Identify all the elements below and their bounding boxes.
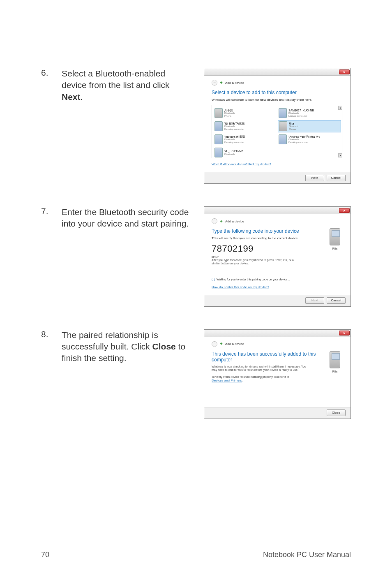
waiting-status: Waiting for you to enter this pairing co… xyxy=(212,278,343,281)
verify-text: To verify if this device finished instal… xyxy=(212,375,306,383)
close-icon[interactable]: ✕ xyxy=(339,69,350,74)
scroll-up-icon[interactable]: ▴ xyxy=(338,106,342,110)
device-subtype: Phone xyxy=(224,115,235,118)
step-text: Select a Bluetooth-enabled device from t… xyxy=(62,68,189,103)
device-name: Rita xyxy=(327,247,343,250)
breadcrumb: ← ✚ Add a device xyxy=(212,341,343,347)
device-name: SAM1017_KUO-NB xyxy=(288,109,314,112)
page-footer: 70 Notebook PC User Manual xyxy=(41,547,351,559)
device-item[interactable]: RitaBluetoothPhone xyxy=(278,120,341,132)
dialog-title: This device has been successfully added … xyxy=(212,351,343,363)
laptop-icon xyxy=(214,134,223,144)
device-added-dialog: ✕ ← ✚ Add a device Rita This device has … xyxy=(204,329,351,419)
phone-icon xyxy=(214,108,223,118)
device-name: "barbara"的電腦 xyxy=(224,135,245,139)
device-name: "蘇 郁涵"的電腦 xyxy=(224,122,244,125)
dialog-footer: Next Cancel xyxy=(204,295,350,306)
device-name: "Andrew Yeh"的 Mac Pro xyxy=(288,135,320,139)
dialog-title: Select a device to add to this computer xyxy=(212,90,343,95)
step-8: 8. The paired relationship is successful… xyxy=(41,329,351,419)
dialog-footer: Close xyxy=(204,407,350,419)
device-name: Rita xyxy=(289,122,299,125)
device-item[interactable]: YL_HSIEH-NBBluetooth xyxy=(214,146,277,158)
page-number: 70 xyxy=(41,551,49,559)
device-subtype: Desktop computer xyxy=(224,141,245,144)
device-preview: Rita xyxy=(327,228,343,250)
device-preview: Rita xyxy=(327,351,343,373)
dialog-titlebar: ✕ xyxy=(204,207,350,214)
close-icon[interactable]: ✕ xyxy=(339,208,350,213)
step-7: 7. Enter the Bluetooth security code int… xyxy=(41,206,351,307)
phone-icon xyxy=(279,121,287,131)
device-name: 八不知 xyxy=(224,109,235,112)
device-name: Rita xyxy=(327,370,343,373)
laptop-icon xyxy=(279,108,287,118)
close-button[interactable]: Close xyxy=(327,409,346,416)
dialog-footer: Next Cancel xyxy=(204,172,350,183)
dialog-titlebar: ✕ xyxy=(204,330,350,337)
device-subtype: Phone xyxy=(289,128,299,131)
device-type: Bluetooth xyxy=(288,112,314,115)
breadcrumb: ← ✚ Add a device xyxy=(212,218,343,224)
device-item[interactable]: "Andrew Yeh"的 Mac ProBluetoothDesktop co… xyxy=(278,133,341,146)
device-type: Bluetooth xyxy=(224,138,245,141)
device-type: Bluetooth xyxy=(289,125,299,128)
step-text: The paired relationship is successfully … xyxy=(62,329,189,364)
manual-title: Notebook PC User Manual xyxy=(263,551,351,559)
add-device-dialog: ✕ ← ✚ Add a device Select a device to ad… xyxy=(204,68,351,184)
cancel-button[interactable]: Cancel xyxy=(327,175,346,181)
step-number: 8. xyxy=(41,329,62,339)
dialog-subtitle: This will verify that you are connecting… xyxy=(212,236,343,240)
close-icon[interactable]: ✕ xyxy=(339,331,350,335)
spinner-icon xyxy=(212,278,215,281)
breadcrumb-text: Add a device xyxy=(225,220,244,223)
step-text: Enter the Bluetooth security code into y… xyxy=(62,206,189,230)
laptop-icon xyxy=(214,148,223,157)
device-type: Bluetooth xyxy=(224,153,243,156)
cancel-button[interactable]: Cancel xyxy=(327,297,346,304)
dialog-titlebar: ✕ xyxy=(204,68,350,76)
breadcrumb-text: Add a device xyxy=(225,342,244,346)
step-number: 7. xyxy=(41,206,62,216)
dialog-title: Type the following code into your device xyxy=(212,228,343,234)
note-text: After you type this code, you might need… xyxy=(212,259,302,266)
back-arrow-icon: ← xyxy=(212,341,217,347)
pairing-code-dialog: ✕ ← ✚ Add a device Rita Type the followi… xyxy=(204,206,351,307)
next-button[interactable]: Next xyxy=(305,175,324,181)
laptop-icon xyxy=(214,121,223,131)
device-subtype: Laptop computer xyxy=(288,115,314,118)
devices-printers-link[interactable]: Devices and Printers xyxy=(212,379,242,383)
success-text: Windows is now checking for drivers and … xyxy=(212,365,306,372)
breadcrumb: ← ✚ Add a device xyxy=(212,80,343,86)
help-link[interactable]: What if Windows doesn't find my device? xyxy=(212,162,271,166)
device-item[interactable]: 八不知BluetoothPhone xyxy=(214,107,277,119)
device-type: Bluetooth xyxy=(288,138,320,141)
device-subtype: Desktop computer xyxy=(224,128,244,131)
help-link[interactable]: How do I enter this code on my device? xyxy=(212,285,269,289)
back-arrow-icon[interactable]: ← xyxy=(212,218,217,224)
pairing-code: 78702199 xyxy=(212,243,343,254)
next-button: Next xyxy=(305,297,324,304)
device-type: Bluetooth xyxy=(224,125,244,128)
note-label: Note: xyxy=(212,256,343,259)
back-arrow-icon[interactable]: ← xyxy=(212,80,217,86)
device-item[interactable]: SAM1017_KUO-NBBluetoothLaptop computer xyxy=(278,107,341,119)
step-number: 6. xyxy=(41,68,62,78)
scroll-down-icon[interactable]: ▾ xyxy=(338,153,342,157)
phone-icon xyxy=(330,351,340,368)
phone-icon xyxy=(330,228,340,245)
step-6: 6. Select a Bluetooth-enabled device fro… xyxy=(41,68,351,184)
dialog-subtitle: Windows will continue to look for new de… xyxy=(212,98,343,102)
device-name: YL_HSIEH-NB xyxy=(224,150,243,153)
device-type: Bluetooth xyxy=(224,112,235,115)
laptop-icon xyxy=(279,134,287,144)
device-item[interactable]: "barbara"的電腦BluetoothDesktop computer xyxy=(214,133,277,146)
device-list: ▴ ▾ 八不知BluetoothPhoneSAM1017_KUO-NBBluet… xyxy=(212,105,343,158)
device-item[interactable]: "蘇 郁涵"的電腦BluetoothDesktop computer xyxy=(214,120,277,132)
device-subtype: Desktop computer xyxy=(288,141,320,144)
breadcrumb-text: Add a device xyxy=(225,81,244,85)
